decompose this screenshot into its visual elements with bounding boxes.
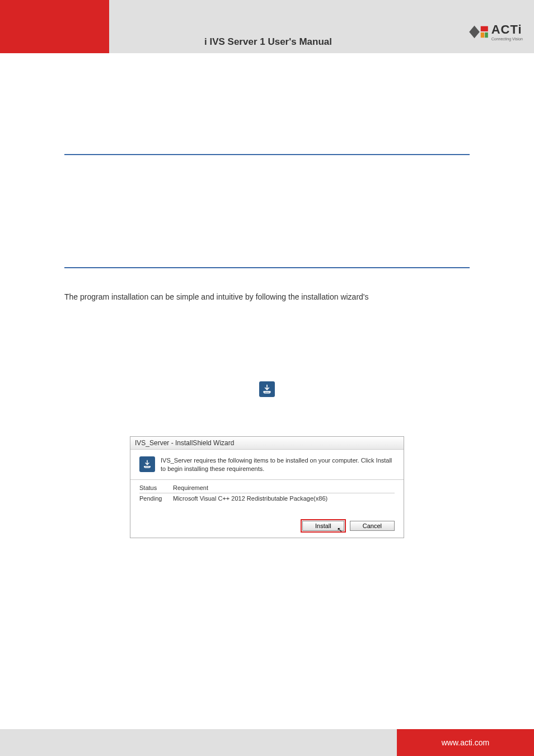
col-requirement-header: Requirement	[173, 484, 395, 491]
header-content: i IVS Server 1 User's Manual ACTi Connec…	[109, 0, 534, 53]
row-status: Pending	[139, 495, 173, 502]
intro-paragraph: The program installation can be simple a…	[64, 291, 470, 303]
install-icon-wrapper	[64, 381, 470, 397]
list-row: Pending Microsoft Visual C++ 2012 Redist…	[139, 493, 395, 502]
header-red-block	[0, 0, 109, 53]
logo-text: ACTi	[491, 22, 523, 37]
row-requirement: Microsoft Visual C++ 2012 Redistributabl…	[173, 495, 395, 502]
cancel-button-label: Cancel	[363, 522, 382, 529]
divider-1	[64, 154, 470, 155]
installshield-dialog: IVS_Server - InstallShield Wizard IVS_Se…	[130, 436, 404, 538]
page-content: The program installation can be simple a…	[0, 53, 534, 538]
install-download-icon	[259, 381, 275, 397]
list-header: Status Requirement	[139, 484, 395, 493]
cursor-icon: ↖	[337, 526, 343, 534]
install-button-label: Install	[315, 522, 331, 529]
footer-bar: www.acti.com	[0, 729, 534, 756]
install-button[interactable]: Install ↖	[302, 521, 344, 531]
document-title: i IVS Server 1 User's Manual	[126, 36, 332, 48]
dialog-download-icon	[139, 456, 155, 472]
logo-tagline: Connecting Vision	[491, 37, 523, 41]
footer-spacer	[0, 729, 397, 756]
header-bar: i IVS Server 1 User's Manual ACTi Connec…	[0, 0, 534, 53]
dialog-header: IVS_Server requires the following items …	[130, 450, 404, 480]
col-status-header: Status	[139, 484, 173, 491]
cancel-button[interactable]: Cancel	[350, 521, 395, 531]
dialog-requirements-list: Status Requirement Pending Microsoft Vis…	[130, 480, 404, 504]
footer-url: www.acti.com	[397, 729, 534, 756]
divider-2	[64, 267, 470, 268]
dialog-button-row: Install ↖ Cancel	[130, 504, 404, 538]
logo: ACTi Connecting Vision	[468, 22, 523, 48]
dialog-message: IVS_Server requires the following items …	[161, 456, 395, 473]
logo-icon	[468, 24, 489, 40]
dialog-titlebar: IVS_Server - InstallShield Wizard	[130, 437, 404, 450]
